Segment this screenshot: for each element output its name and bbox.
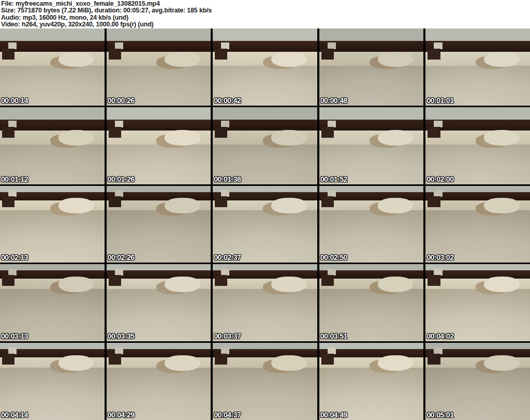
timestamp-overlay: 00:02:13 (1, 253, 28, 262)
timestamp-overlay: 00:03:37 (214, 332, 241, 340)
timestamp-overlay: 00:03:13 (1, 332, 28, 340)
video-thumbnail: 00:01:38 (213, 107, 317, 184)
video-frame-placeholder (319, 343, 424, 420)
video-thumbnail: 00:04:14 (0, 343, 105, 420)
video-thumbnail: 00:00:42 (213, 28, 317, 106)
video-frame-placeholder (0, 186, 105, 263)
timestamp-overlay: 00:04:49 (320, 411, 347, 419)
video-frame-placeholder (107, 28, 211, 106)
video-frame-placeholder (319, 264, 424, 341)
timestamp-overlay: 00:01:52 (320, 175, 347, 183)
video-thumbnail: 00:01:12 (0, 107, 105, 184)
video-frame-placeholder (107, 186, 211, 263)
timestamp-overlay: 00:01:38 (214, 175, 241, 183)
video-thumbnail: 00:02:00 (425, 107, 530, 184)
timestamp-overlay: 00:00:26 (108, 96, 135, 105)
video-thumbnail: 00:03:35 (107, 264, 211, 341)
video-thumbnail: 00:03:13 (0, 264, 105, 341)
timestamp-overlay: 00:00:14 (1, 96, 28, 105)
timestamp-overlay: 00:04:29 (108, 411, 135, 419)
video-frame-placeholder (425, 186, 530, 263)
video-thumbnail: 00:01:26 (107, 107, 211, 184)
video-frame-placeholder (213, 343, 317, 420)
timestamp-overlay: 00:05:01 (426, 411, 453, 419)
video-thumbnail: 00:04:29 (107, 343, 211, 420)
video-thumbnail: 00:04:02 (425, 264, 530, 341)
video-thumbnail: 00:00:26 (107, 28, 211, 106)
timestamp-overlay: 00:01:26 (108, 175, 135, 183)
video-thumbnail: 00:02:50 (319, 186, 424, 263)
video-frame-placeholder (107, 264, 211, 341)
video-frame-placeholder (0, 28, 105, 106)
video-thumbnail: 00:05:01 (425, 343, 530, 420)
video-thumbnail: 00:04:37 (213, 343, 317, 420)
video-thumbnail: 00:01:01 (425, 28, 530, 106)
video-frame-placeholder (425, 264, 530, 341)
timestamp-overlay: 00:02:50 (320, 253, 347, 262)
video-frame-placeholder (425, 28, 530, 106)
video-thumbnail: 00:02:37 (213, 186, 317, 263)
timestamp-overlay: 00:01:12 (1, 175, 28, 183)
video-thumbnail: 00:02:13 (0, 186, 105, 263)
video-thumbnail: 00:01:52 (319, 107, 424, 184)
file-size-line: Size: 7571870 bytes (7.22 MiB), duration… (1, 7, 530, 14)
timestamp-overlay: 00:02:37 (214, 253, 241, 262)
timestamp-overlay: 00:03:02 (426, 253, 453, 262)
timestamp-overlay: 00:03:35 (108, 332, 135, 340)
video-frame-placeholder (0, 264, 105, 341)
video-frame-placeholder (107, 343, 211, 420)
video-thumbnail: 00:00:14 (0, 28, 105, 106)
video-thumbnail: 00:00:48 (319, 28, 424, 106)
audio-info-line: Audio: mp3, 16000 Hz, mono, 24 kb/s (und… (1, 15, 530, 21)
video-thumbnail: 00:03:37 (213, 264, 317, 341)
video-frame-placeholder (319, 28, 424, 106)
video-frame-placeholder (107, 107, 211, 184)
timestamp-overlay: 00:02:26 (108, 253, 135, 262)
video-frame-placeholder (0, 343, 105, 420)
video-thumbnail: 00:03:51 (319, 264, 424, 341)
timestamp-overlay: 00:00:42 (214, 96, 241, 105)
timestamp-overlay: 00:01:01 (426, 96, 453, 105)
video-thumbnail: 00:03:02 (425, 186, 530, 263)
video-thumbnail: 00:04:49 (319, 343, 424, 420)
video-frame-placeholder (425, 343, 530, 420)
timestamp-overlay: 00:04:02 (426, 332, 453, 340)
video-frame-placeholder (319, 186, 424, 263)
timestamp-overlay: 00:03:51 (320, 332, 347, 340)
thumbnail-grid: 00:00:14 00:00:26 00:00:42 00:00:48 00:0… (0, 28, 530, 420)
video-frame-placeholder (213, 107, 317, 184)
video-info-line: Video: h264, yuv420p, 320x240, 1000.00 f… (1, 21, 530, 28)
file-info-header: File: myfreecams_michi_xoxo_female_13082… (0, 0, 530, 28)
timestamp-overlay: 00:04:37 (214, 411, 241, 419)
video-frame-placeholder (213, 186, 317, 263)
file-name-line: File: myfreecams_michi_xoxo_female_13082… (1, 1, 530, 7)
video-thumbnail: 00:02:26 (107, 186, 211, 263)
timestamp-overlay: 00:02:00 (426, 175, 453, 183)
timestamp-overlay: 00:04:14 (1, 411, 28, 419)
video-frame-placeholder (319, 107, 424, 184)
video-frame-placeholder (213, 28, 317, 106)
video-frame-placeholder (0, 107, 105, 184)
video-frame-placeholder (425, 107, 530, 184)
video-frame-placeholder (213, 264, 317, 341)
timestamp-overlay: 00:00:48 (320, 96, 347, 105)
